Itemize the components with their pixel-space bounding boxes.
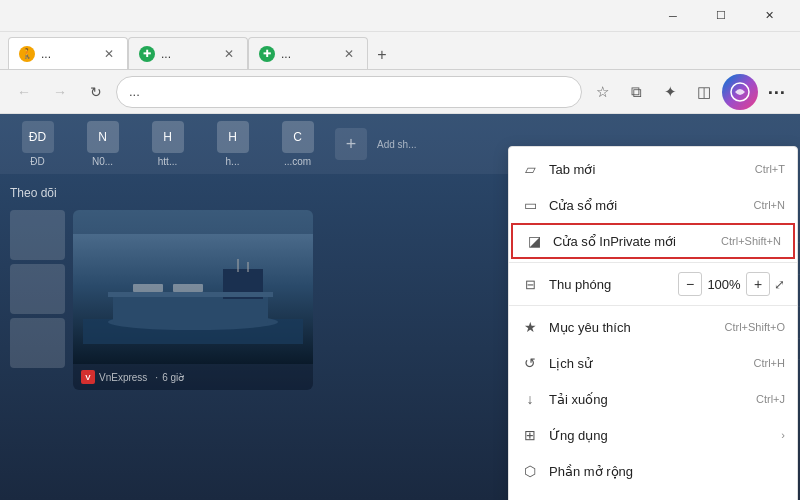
zoom-minus-button[interactable]: −	[678, 272, 702, 296]
new-tab-button[interactable]: +	[368, 41, 396, 69]
tab-close-0[interactable]: ✕	[101, 46, 117, 62]
menu-shortcut-favorites: Ctrl+Shift+O	[724, 321, 785, 333]
zoom-label: Thu phóng	[549, 277, 668, 292]
menu-label-history: Lịch sử	[549, 356, 744, 371]
browser-frame: ─ ☐ ✕ 🚶 ... ✕ ✚ ... ✕ ✚ ... ✕ + ← → ↻ ..…	[0, 0, 800, 500]
settings-menu-button[interactable]: ⋯	[760, 76, 792, 108]
quick-link-2[interactable]: H htt...	[140, 121, 195, 167]
quick-link-label-0: ĐD	[30, 156, 44, 167]
star-button[interactable]: ☆	[586, 76, 618, 108]
menu-label-new-tab: Tab mới	[549, 162, 745, 177]
source-name: VnExpress	[99, 372, 147, 383]
menu-item-extensions[interactable]: ⬡ Phần mở rộng	[509, 453, 797, 489]
copilot-button[interactable]	[722, 74, 758, 110]
menu-divider-divider1	[509, 262, 797, 263]
split-button[interactable]: ⧉	[620, 76, 652, 108]
zoom-icon: ⊟	[521, 275, 539, 293]
quick-link-label-2: htt...	[158, 156, 177, 167]
menu-item-apps[interactable]: ⊞ Ứng dụng ›	[509, 417, 797, 453]
tab-close-2[interactable]: ✕	[341, 46, 357, 62]
quick-link-label-3: h...	[226, 156, 240, 167]
menu-shortcut-new-window: Ctrl+N	[754, 199, 785, 211]
news-footer: V VnExpress · 6 giờ	[73, 364, 313, 390]
address-text: ...	[129, 84, 569, 99]
menu-icon-history: ↺	[521, 354, 539, 372]
menu-item-new-window[interactable]: ▭ Cửa sổ mới Ctrl+N	[509, 187, 797, 223]
menu-item-downloads[interactable]: ↓ Tải xuống Ctrl+J	[509, 381, 797, 417]
browser-tab-2[interactable]: ✚ ... ✕	[248, 37, 368, 69]
title-bar-controls: ─ ☐ ✕	[650, 2, 792, 30]
collect-button[interactable]: ◫	[688, 76, 720, 108]
menu-arrow-apps: ›	[781, 429, 785, 441]
minimize-button[interactable]: ─	[650, 2, 696, 30]
tab-icon-1: ✚	[139, 46, 155, 62]
tab-close-1[interactable]: ✕	[221, 46, 237, 62]
zoom-control: − 100% + ⤢	[678, 272, 785, 296]
quick-link-0[interactable]: ĐD ĐD	[10, 121, 65, 167]
menu-label-apps: Ứng dụng	[549, 428, 771, 443]
quick-link-icon-0: ĐD	[22, 121, 54, 153]
menu-item-zoom: ⊟ Thu phóng − 100% + ⤢	[509, 266, 797, 302]
zoom-expand-button[interactable]: ⤢	[774, 277, 785, 292]
address-input-wrap[interactable]: ...	[116, 76, 582, 108]
news-card-main[interactable]: V VnExpress · 6 giờ	[73, 210, 313, 390]
browser-tab-0[interactable]: 🚶 ... ✕	[8, 37, 128, 69]
close-button[interactable]: ✕	[746, 2, 792, 30]
time-ago: ·	[155, 372, 158, 383]
menu-icon-new-inprivate: ◪	[525, 232, 543, 250]
back-button[interactable]: ←	[8, 76, 40, 108]
quick-link-3[interactable]: H h...	[205, 121, 260, 167]
menu-item-new-tab[interactable]: ▱ Tab mới Ctrl+T	[509, 151, 797, 187]
quick-link-1[interactable]: N N0...	[75, 121, 130, 167]
refresh-button[interactable]: ↻	[80, 76, 112, 108]
context-menu: ▱ Tab mới Ctrl+T ▭ Cửa sổ mới Ctrl+N ◪ C…	[508, 146, 798, 500]
svg-rect-7	[173, 284, 203, 292]
menu-label-extensions: Phần mở rộng	[549, 464, 785, 479]
news-image	[73, 234, 313, 364]
add-shortcut-button[interactable]: +	[335, 128, 367, 160]
page-content: ĐD ĐD N N0... H htt... H h... C ...com	[0, 114, 800, 500]
menu-shortcut-history: Ctrl+H	[754, 357, 785, 369]
news-time: 6 giờ	[162, 372, 184, 383]
quick-link-icon-3: H	[217, 121, 249, 153]
menu-item-browser-essentials[interactable]: ♡ Yếu tố thiết yếu của trình duyệt	[509, 489, 797, 500]
fav-button[interactable]: ✦	[654, 76, 686, 108]
menu-item-favorites[interactable]: ★ Mục yêu thích Ctrl+Shift+O	[509, 309, 797, 345]
svg-rect-5	[108, 292, 273, 297]
tab-title-2: ...	[281, 47, 335, 61]
tab-title-1: ...	[161, 47, 215, 61]
quick-link-icon-1: N	[87, 121, 119, 153]
title-bar: ─ ☐ ✕	[0, 0, 800, 32]
quick-link-label-1: N0...	[92, 156, 113, 167]
menu-label-new-window: Cửa sổ mới	[549, 198, 744, 213]
menu-icon-extensions: ⬡	[521, 462, 539, 480]
menu-label-favorites: Mục yêu thích	[549, 320, 714, 335]
quick-link-label-4: ...com	[284, 156, 311, 167]
tab-icon-2: ✚	[259, 46, 275, 62]
svg-rect-6	[133, 284, 163, 292]
menu-item-history[interactable]: ↺ Lịch sử Ctrl+H	[509, 345, 797, 381]
tab-icon-0: 🚶	[19, 46, 35, 62]
quick-link-4[interactable]: C ...com	[270, 121, 325, 167]
tab-bar: 🚶 ... ✕ ✚ ... ✕ ✚ ... ✕ +	[0, 32, 800, 70]
menu-label-new-inprivate: Cửa sổ InPrivate mới	[553, 234, 711, 249]
menu-icon-new-window: ▭	[521, 196, 539, 214]
maximize-button[interactable]: ☐	[698, 2, 744, 30]
quick-link-icon-4: C	[282, 121, 314, 153]
menu-icon-downloads: ↓	[521, 390, 539, 408]
menu-icon-apps: ⊞	[521, 426, 539, 444]
browser-tab-1[interactable]: ✚ ... ✕	[128, 37, 248, 69]
zoom-plus-button[interactable]: +	[746, 272, 770, 296]
quick-link-icon-2: H	[152, 121, 184, 153]
forward-button[interactable]: →	[44, 76, 76, 108]
tab-title-0: ...	[41, 47, 95, 61]
menu-shortcut-new-inprivate: Ctrl+Shift+N	[721, 235, 781, 247]
news-source: V VnExpress · 6 giờ	[81, 370, 305, 384]
menu-shortcut-new-tab: Ctrl+T	[755, 163, 785, 175]
menu-item-new-inprivate[interactable]: ◪ Cửa sổ InPrivate mới Ctrl+Shift+N	[511, 223, 795, 259]
zoom-value: 100%	[706, 277, 742, 292]
menu-icon-new-tab: ▱	[521, 160, 539, 178]
copilot-icon	[730, 82, 750, 102]
address-bar: ← → ↻ ... ☆ ⧉ ✦ ◫ ⋯	[0, 70, 800, 114]
menu-divider-divider2	[509, 305, 797, 306]
